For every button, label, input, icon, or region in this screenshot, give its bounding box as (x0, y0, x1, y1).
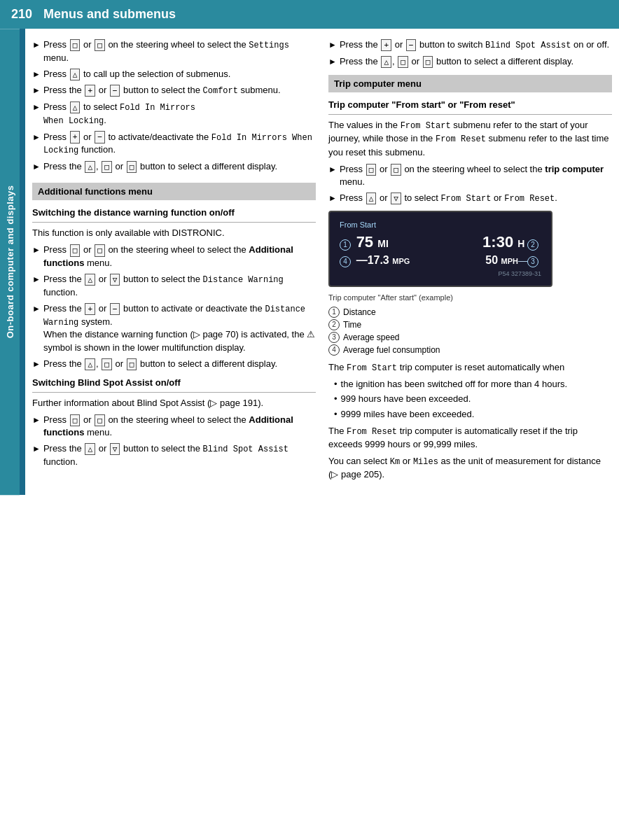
bullet-arrow: ► (32, 244, 41, 256)
list-item: ► Press the △, □ or □ button to select a… (32, 358, 316, 370)
bullet-content: Press the + or − button to select the Co… (43, 84, 316, 97)
bullet-content: Press the + or − button to activate or d… (43, 302, 316, 354)
mono-from-reset: From Reset (436, 134, 486, 144)
trip-circle-1: 1 (340, 239, 351, 251)
btn-icon: ▽ (110, 443, 120, 455)
btn-icon: □ (366, 164, 377, 176)
legend-item-3: 3 Average speed (328, 332, 612, 343)
btn-icon: □ (95, 244, 105, 256)
trip-computer-section-label: Trip computer menu (328, 75, 612, 92)
distance-intro: This function is only available with DIS… (32, 227, 316, 240)
list-item: ► Press △ to call up the selection of su… (32, 68, 316, 80)
bullet-arrow: ► (328, 56, 337, 68)
blue-accent-bar (20, 29, 25, 495)
btn-icon: □ (423, 56, 433, 68)
btn-icon: ▽ (110, 274, 120, 286)
mono-fold2: When Locking (43, 116, 104, 126)
list-item: ► Press the + or − button to activate or… (32, 302, 316, 354)
btn-icon: △ (366, 192, 377, 204)
list-item: ► Press the + or − button to select the … (32, 84, 316, 97)
mono-fold3: Fold In Mirrors When Locking (43, 133, 312, 156)
mono-miles: Miles (413, 457, 438, 467)
trip-left-col: 1 75 MI (340, 233, 389, 251)
btn-icon: □ (398, 56, 408, 68)
mono-text: Blind Spot Assist (485, 41, 571, 50)
btn-icon: □ (95, 414, 105, 426)
trip-value-time: 1:30 H (482, 233, 524, 251)
bullet-arrow: ► (32, 85, 41, 97)
list-item: 9999 miles have been exceeded. (334, 408, 612, 421)
btn-icon: □ (391, 164, 401, 176)
btn-left-icon: □ (70, 39, 81, 51)
bold-text: Additional functions (43, 244, 293, 267)
trip-right-col2: 50 MPH—3 (485, 254, 541, 267)
mono-text: Distance Warning (203, 275, 284, 285)
list-item: ► Press □ or □ on the steering wheel to … (32, 244, 316, 269)
trip-computer-description: The values in the From Start submenu ref… (328, 119, 612, 160)
btn-r-icon: □ (127, 161, 137, 173)
btn-right-icon: □ (95, 39, 105, 51)
bullet-content: Press the △ or ▽ button to select the Bl… (43, 442, 316, 468)
trip-computer-bullets: ► Press □ or □ on the steering wheel to … (328, 163, 612, 205)
list-item: ► Press the + or − button to switch Blin… (328, 38, 612, 52)
bullet-arrow: ► (328, 192, 337, 204)
list-item: ► Press the △, □ or □ button to select a… (32, 160, 316, 173)
btn-icon: △ (85, 443, 95, 455)
btn-icon: △ (85, 358, 95, 370)
unit-text: You can select Km or Miles as the unit o… (328, 455, 612, 482)
page-title: Menus and submenus (43, 7, 176, 22)
mono-settings: Settings (249, 41, 289, 50)
legend-label-4: Average fuel consumption (343, 345, 440, 355)
btn-icon: □ (102, 358, 112, 370)
left-column: ► Press □ or □ on the steering wheel to … (32, 38, 316, 485)
list-item: ► Press the △, □ or □ button to select a… (328, 55, 612, 68)
btn-minus-icon: − (110, 85, 120, 97)
list-item: ► Press the △ or ▽ button to select the … (32, 442, 316, 468)
bullet-arrow: ► (32, 132, 41, 144)
legend-item-1: 1 Distance (328, 307, 612, 318)
mono-text2: From Reset (504, 194, 555, 204)
divider3 (328, 114, 612, 115)
mono-from-reset2: From Reset (347, 427, 397, 437)
bullet-arrow: ► (32, 161, 41, 173)
trip-row-2: 4 —17.3 MPG 50 MPH—3 (340, 254, 541, 267)
bullet-content: Press the △, □ or □ button to select a d… (43, 160, 316, 173)
bullet-content: Press the + or − button to switch Blind … (340, 38, 612, 52)
trip-circle-4: 4 (340, 256, 351, 267)
content-area: ► Press □ or □ on the steering wheel to … (25, 29, 619, 495)
trip-computer-display: From Start 1 75 MI 1:30 H 2 4 —17.3 MPG (328, 211, 552, 287)
mono-comfort: Comfort (203, 86, 238, 96)
trip-display-label: From Start (340, 220, 541, 229)
trip-unit-mph: MPH (501, 257, 518, 265)
trip-value-speed: 50 MPH (485, 254, 518, 266)
btn-icon: − (406, 39, 417, 51)
bullet-arrow: ► (328, 164, 337, 176)
trip-right-col: 1:30 H 2 (482, 233, 541, 251)
bullet-content: Press the △ or ▽ button to select the Di… (43, 273, 316, 299)
trip-unit-mpg: MPG (392, 257, 410, 265)
btn-up-icon: △ (70, 69, 81, 80)
legend-circle-3: 3 (328, 332, 340, 343)
bullet-content: Press the △, □ or □ button to select a d… (340, 55, 612, 68)
btn-icon: □ (70, 244, 81, 256)
bold-text: trip computer (545, 164, 604, 174)
trip-circle-3: 3 (527, 256, 538, 267)
list-item: ► Press the △ or ▽ button to select the … (32, 273, 316, 299)
blind-spot-intro: Further information about Blind Spot Ass… (32, 397, 316, 410)
trip-unit-mi: MI (377, 238, 389, 249)
main-layout: On-board computer and displays ► Press □… (0, 29, 619, 495)
bullet-arrow: ► (32, 274, 41, 286)
bullet-content: Press the △, □ or □ button to select a d… (43, 358, 316, 370)
btn-icon: − (110, 303, 120, 315)
right-column: ► Press the + or − button to switch Blin… (328, 38, 612, 485)
bullet-arrow: ► (32, 102, 41, 113)
additional-functions-section-label: Additional functions menu (32, 183, 316, 200)
trip-value-distance: 75 MI (356, 233, 389, 251)
blind-spot-title: Switching Blind Spot Assist on/off (32, 377, 316, 388)
btn-l-icon: □ (102, 161, 112, 173)
blind-spot-left-bullets: ► Press □ or □ on the steering wheel to … (32, 414, 316, 468)
mono-from-start2: From Start (347, 363, 397, 373)
btn-plus2-icon: + (70, 131, 81, 143)
btn-icon: □ (127, 358, 137, 370)
trip-legend: 1 Distance 2 Time 3 Average speed 4 Aver… (328, 307, 612, 356)
